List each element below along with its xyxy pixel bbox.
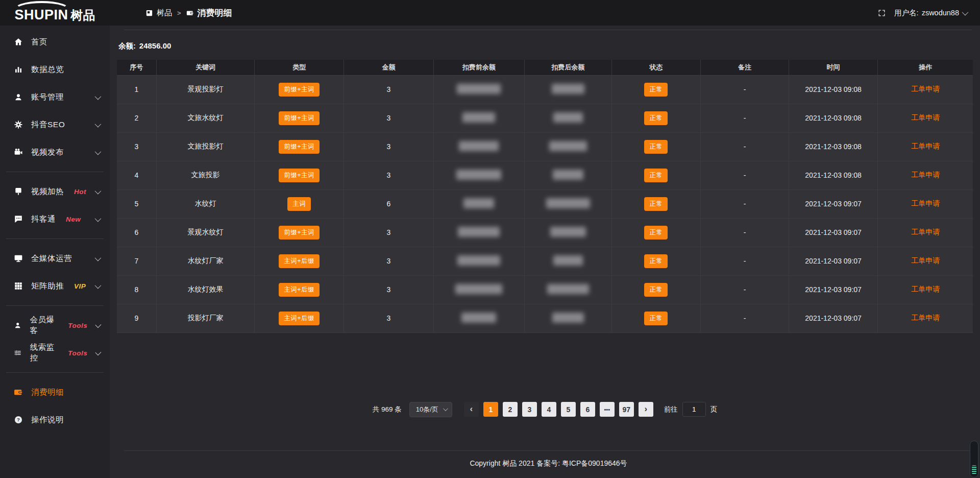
sidebar-item-label: 视频加热 — [31, 186, 64, 197]
page-button-97[interactable]: 97 — [619, 402, 634, 417]
logo[interactable]: SHUPIN 树品 — [0, 0, 110, 26]
work-order-link[interactable]: 工单申请 — [911, 142, 940, 150]
table-row: 3文旅投影灯前缀+主词3正常-2021-12-03 09:08工单申请 — [117, 132, 973, 161]
cell-status: 正常 — [611, 104, 700, 132]
cell-remark: - — [701, 75, 789, 104]
cell-keyword: 景观投影灯 — [156, 75, 255, 104]
breadcrumb-current[interactable]: 消费明细 — [186, 7, 232, 19]
cell-balance-after — [524, 218, 611, 247]
cell-balance-before — [433, 189, 524, 218]
sidebar-item-label: 首页 — [31, 37, 47, 47]
sidebar-item-tag: VIP — [74, 282, 86, 290]
table-row: 4文旅投影前缀+主词3正常-2021-12-03 09:08工单申请 — [117, 161, 973, 189]
cell-balance-after — [524, 304, 611, 332]
redacted-balance-after — [547, 284, 589, 294]
breadcrumb-root[interactable]: 树品 — [145, 8, 172, 18]
chevron-down-icon — [95, 322, 102, 328]
work-order-link[interactable]: 工单申请 — [911, 314, 940, 322]
sidebar-divider — [6, 238, 104, 239]
sidebar-item-matrix-boost[interactable]: 矩阵助推VIP — [0, 272, 110, 300]
sidebar-item-video-publish[interactable]: 视频发布 — [0, 138, 110, 166]
cell-action: 工单申请 — [878, 304, 973, 332]
body-row: 首页数据总览账号管理抖音SEO视频发布视频加热Hot抖客通New全媒体运营矩阵助… — [0, 26, 980, 478]
scrollbar-widget[interactable] — [970, 441, 978, 477]
status-badge: 正常 — [644, 226, 668, 240]
status-badge: 正常 — [644, 169, 668, 182]
sidebar-item-all-media-operation[interactable]: 全媒体运营 — [0, 245, 110, 272]
user-menu[interactable]: 用户名: zswodun88 — [894, 8, 967, 18]
redacted-balance-before — [457, 84, 501, 94]
page-button-6[interactable]: 6 — [580, 402, 595, 417]
sidebar-item-data-overview[interactable]: 数据总览 — [0, 56, 110, 83]
page-button-1[interactable]: 1 — [483, 402, 498, 417]
work-order-link[interactable]: 工单申请 — [911, 228, 940, 236]
type-badge: 前缀+主词 — [279, 226, 320, 240]
status-badge: 正常 — [644, 140, 668, 154]
sidebar-item-label: 操作说明 — [31, 415, 64, 425]
cell-time: 2021-12-03 09:07 — [789, 189, 877, 218]
cell-remark: - — [701, 161, 789, 189]
fullscreen-icon[interactable] — [877, 9, 886, 17]
next-page-button[interactable]: › — [639, 402, 653, 417]
cell-balance-before — [433, 304, 524, 332]
cell-action: 工单申请 — [878, 275, 973, 304]
sidebar-item-home[interactable]: 首页 — [0, 28, 110, 56]
sidebar-item-label: 数据总览 — [31, 64, 64, 75]
work-order-link[interactable]: 工单申请 — [911, 285, 940, 293]
logo-text-cn: 树品 — [71, 7, 95, 23]
sidebar-item-label: 账号管理 — [31, 92, 64, 103]
work-order-link[interactable]: 工单申请 — [911, 113, 940, 122]
column-header: 扣费前余额 — [433, 60, 524, 75]
redacted-balance-before — [461, 313, 496, 323]
sidebar-item-operation-guide[interactable]: ?操作说明 — [0, 406, 110, 434]
cell-time: 2021-12-03 09:08 — [789, 104, 877, 132]
cell-amount: 3 — [344, 247, 433, 275]
column-header: 序号 — [117, 60, 156, 75]
cell-balance-after — [524, 75, 611, 104]
chevron-down-icon — [95, 187, 102, 194]
chat-icon — [14, 214, 23, 224]
logo-arc — [13, 1, 70, 19]
balance-value: 24856.00 — [139, 41, 172, 50]
sidebar-item-lead-monitor[interactable]: 线索监控Tools — [0, 339, 110, 367]
cell-keyword: 水纹灯效果 — [156, 275, 255, 304]
heat-icon — [14, 187, 23, 196]
sidebar-item-consumption-detail[interactable]: 消费明细 — [0, 378, 110, 406]
sidebar-divider — [6, 172, 104, 172]
sidebar-item-video-heat[interactable]: 视频加热Hot — [0, 178, 110, 205]
work-order-link[interactable]: 工单申请 — [911, 85, 940, 93]
redacted-balance-after — [553, 170, 583, 180]
sidebar-item-douyin-seo[interactable]: 抖音SEO — [0, 111, 110, 138]
more-pages-button[interactable]: ••• — [600, 402, 615, 417]
prev-page-button[interactable]: ‹ — [464, 402, 479, 417]
cell-amount: 3 — [344, 304, 433, 332]
page-button-5[interactable]: 5 — [561, 402, 576, 417]
table-row: 2文旅水纹灯前缀+主词3正常-2021-12-03 09:08工单申请 — [117, 104, 973, 132]
sidebar-item-label: 消费明细 — [31, 387, 64, 398]
page-button-3[interactable]: 3 — [522, 402, 537, 417]
cell-amount: 3 — [344, 104, 433, 132]
type-badge: 前缀+主词 — [279, 111, 320, 125]
chevron-down-icon — [95, 148, 102, 155]
cell-status: 正常 — [611, 218, 700, 247]
sidebar-item-douketong[interactable]: 抖客通New — [0, 205, 110, 233]
sidebar-item-tag: New — [66, 216, 81, 223]
status-badge: 正常 — [644, 283, 668, 297]
work-order-link[interactable]: 工单申请 — [911, 171, 940, 179]
cell-amount: 3 — [344, 75, 433, 104]
page-button-2[interactable]: 2 — [503, 402, 518, 417]
work-order-link[interactable]: 工单申请 — [911, 199, 940, 207]
cell-index: 8 — [117, 275, 156, 304]
sidebar-item-member-baoke[interactable]: 会员爆客Tools — [0, 312, 110, 339]
cell-balance-before — [433, 75, 524, 104]
cell-balance-after — [524, 132, 611, 161]
goto-page-input[interactable] — [682, 402, 706, 417]
page-size-select[interactable]: 10条/页 — [409, 402, 452, 417]
work-order-link[interactable]: 工单申请 — [911, 256, 940, 265]
cell-index: 9 — [117, 304, 156, 332]
page-button-4[interactable]: 4 — [542, 402, 556, 417]
type-badge: 主词 — [287, 197, 311, 211]
chevron-down-icon — [95, 121, 102, 127]
sidebar-item-account-management[interactable]: 账号管理 — [0, 83, 110, 111]
cell-time: 2021-12-03 09:08 — [789, 75, 877, 104]
